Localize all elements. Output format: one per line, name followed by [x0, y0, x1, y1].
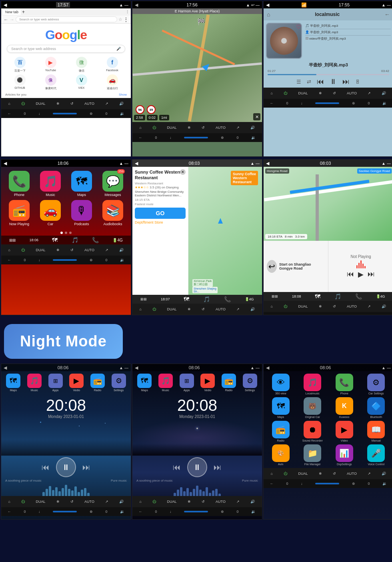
back-btn[interactable]: ←: [8, 112, 11, 116]
shortcut-pixel[interactable]: 像 像素时代: [36, 74, 65, 90]
google-search-bar[interactable]: Search or type web address 🎤: [7, 45, 125, 53]
map-mini-icon[interactable]: 🗺: [52, 237, 58, 243]
shortcut-didi[interactable]: 🚗 迪迪出行: [98, 74, 127, 90]
dot-2[interactable]: [65, 232, 67, 234]
grid-app-localmusic[interactable]: 🎵 Localmusic: [298, 374, 328, 395]
night-app-music-2[interactable]: 🎵 Music: [158, 374, 173, 392]
night-app-settings[interactable]: ⚙ Settings: [112, 374, 126, 392]
night-app-apps[interactable]: ⊞ Apps: [48, 374, 63, 392]
grid-app-360[interactable]: 👁 360 view: [266, 374, 296, 395]
split-map[interactable]: Saoliao Gongye Road Hongma Road 18:16 ET…: [264, 167, 392, 241]
shortcut-baidu[interactable]: 百 百度一下: [5, 57, 34, 73]
prev-btn-8[interactable]: ⏮: [173, 463, 181, 472]
song-item-1[interactable]: 🎵 半壶纱_刘珂矣.mp3: [305, 23, 391, 29]
night-app-video-2[interactable]: ▶ Vedio: [200, 374, 215, 392]
back-arrow-3[interactable]: ◀: [266, 2, 269, 8]
app-nowplaying[interactable]: 📻 Now Playing: [5, 200, 33, 226]
grid-app-radio[interactable]: 📻 Radio: [266, 421, 296, 442]
grid-icon-5[interactable]: ⊞⊞: [140, 297, 147, 301]
grid-app-dspsettings[interactable]: 📊 DspSettings: [330, 444, 359, 466]
new-tab-btn[interactable]: +: [22, 9, 25, 15]
power-btn[interactable]: ⏻: [21, 102, 25, 106]
shortcut-facebook[interactable]: f Facebook: [98, 57, 127, 73]
tab-label[interactable]: New tab: [3, 9, 21, 15]
night-app-apps-2[interactable]: ⊞ Apps: [180, 374, 194, 392]
map-icon-5[interactable]: 🗺: [184, 296, 189, 302]
app-maps[interactable]: 🗺 Maps: [68, 171, 96, 197]
volume-icon[interactable]: 🔊: [119, 102, 124, 106]
map-area[interactable]: 56 35 🏁 2:58 0:02 1mi ✕: [132, 14, 262, 122]
more-btn-2[interactable]: ⋮: [124, 17, 128, 22]
power-btn-2[interactable]: ⏻: [152, 126, 156, 130]
url-bar[interactable]: Search or type web address: [16, 16, 117, 22]
home-btn[interactable]: ⌂: [8, 102, 10, 106]
temp-down[interactable]: ↓: [38, 112, 40, 116]
dot-1[interactable]: [60, 232, 63, 234]
home-btn-2[interactable]: ⌂: [140, 126, 142, 130]
pause-btn-7[interactable]: ⏸: [56, 457, 76, 477]
eq-icon[interactable]: 🎚: [355, 79, 360, 85]
grid-app-avin[interactable]: 🎨 Avin: [266, 444, 296, 466]
next-btn-8[interactable]: ⏭: [214, 463, 222, 472]
temp-slider-2[interactable]: [184, 137, 208, 138]
heart-icon[interactable]: ♡: [296, 24, 301, 30]
app-phone[interactable]: 📞 Phone: [5, 171, 33, 197]
night-app-maps[interactable]: 🗺 Maps: [6, 374, 20, 392]
pause-btn-8[interactable]: ⏸: [187, 457, 207, 477]
song-item-3[interactable]: 🖼 video/半壶纱_刘珂矣.mp3: [305, 36, 391, 42]
grid-app-originalcar[interactable]: 🐻 Original Car: [298, 397, 328, 418]
grid-app-carsettings[interactable]: ⚙ Car Settings: [362, 374, 391, 395]
phone-icon-5[interactable]: 📞: [224, 296, 231, 302]
night-app-radio-2[interactable]: 📻 Radio: [222, 374, 236, 392]
nav-back[interactable]: ←: [4, 17, 8, 22]
grid-app-filemanager[interactable]: 📁 File Manager: [298, 444, 328, 466]
night-app-music[interactable]: 🎵 Music: [27, 374, 42, 392]
night-app-radio[interactable]: 📻 Radio: [90, 374, 105, 392]
shortcut-github[interactable]: ⚫ GITHUB: [5, 74, 34, 90]
night-app-maps-2[interactable]: 🗺 Maps: [137, 374, 152, 392]
pause-btn[interactable]: ⏸: [330, 78, 337, 86]
next-btn[interactable]: ⏭: [342, 78, 350, 86]
next-btn-7[interactable]: ⏭: [82, 463, 90, 472]
progress-bar[interactable]: [268, 74, 389, 75]
app-audiobooks[interactable]: 📚 Audiobooks: [99, 200, 127, 226]
prev-btn[interactable]: ⏮: [317, 78, 324, 86]
grid-app-recorder[interactable]: ⏺ Sound Recorder: [298, 421, 328, 442]
shuffle-icon[interactable]: ⇄: [307, 79, 311, 85]
grid-app-kuwooo[interactable]: K Kuwooo: [330, 397, 359, 418]
app-car[interactable]: 🚗 Car: [36, 200, 64, 226]
back-arrow-2[interactable]: ◀: [135, 2, 138, 8]
prev-btn-7[interactable]: ⏮: [42, 463, 50, 472]
music-icon-5[interactable]: 🎵: [203, 296, 210, 302]
app-messages[interactable]: 💬 259 Messages: [99, 171, 127, 197]
grid-app-video[interactable]: ▶ Video: [330, 421, 359, 442]
mic-icon[interactable]: 🎤: [116, 47, 121, 51]
shortcut-wechat[interactable]: 微 微信: [67, 57, 96, 73]
grid-app-voicecontrol[interactable]: 🎤 Voice Control: [362, 444, 391, 466]
night-app-video[interactable]: ▶ Vedio: [69, 374, 84, 392]
go-button[interactable]: GO: [135, 208, 186, 219]
more-btn[interactable]: ⋮: [126, 10, 129, 14]
grid-app-maps[interactable]: 🗺 Maps: [266, 397, 296, 418]
play-btn-6[interactable]: ▶: [358, 270, 364, 279]
vol-down[interactable]: 🔉: [120, 112, 124, 116]
grid-app-bluetooth[interactable]: 🔷 Bluetooth: [362, 397, 391, 418]
music-mini-icon[interactable]: 🎵: [72, 237, 78, 243]
prev-btn-6[interactable]: ⏮: [347, 270, 354, 279]
grid-icon[interactable]: ⊞⊞: [9, 238, 16, 242]
fan-icon[interactable]: ⊕: [90, 112, 93, 116]
dot-3[interactable]: [69, 232, 72, 234]
snowflake-icon[interactable]: ❄: [56, 102, 60, 106]
nav-forward[interactable]: →: [10, 17, 14, 22]
close-detail-btn[interactable]: ✕: [180, 169, 186, 175]
nav-map-area[interactable]: Sunny CoffeeWesternRestaurant Xin'ercun …: [188, 167, 262, 295]
back-arrow[interactable]: ◀: [4, 2, 7, 8]
shortcut-youtube[interactable]: ▶ YouTube: [36, 57, 65, 73]
grid-app-phone[interactable]: 📞 Phone: [330, 374, 359, 395]
grid-app-manual[interactable]: 📖 Manual: [362, 421, 391, 442]
night-app-settings-2[interactable]: ⚙ Settings: [243, 374, 257, 392]
shortcut-viex[interactable]: V VIEX: [67, 74, 96, 90]
song-item-2[interactable]: 👤 半壶纱_刘珂矣.mp3: [305, 29, 391, 36]
app-podcasts[interactable]: 🎙 Podcasts: [68, 200, 96, 226]
loop-icon[interactable]: ↺: [70, 102, 74, 106]
